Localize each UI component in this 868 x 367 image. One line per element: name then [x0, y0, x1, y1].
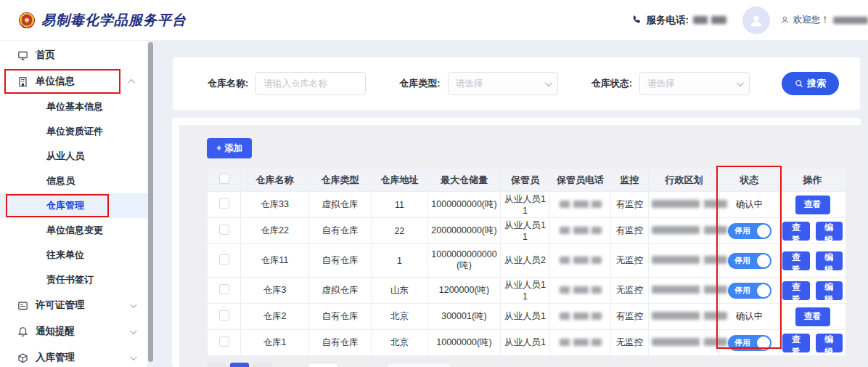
warehouse-type-select[interactable]: 请选择	[448, 72, 558, 95]
column-header-操作: 操作	[779, 169, 846, 192]
warehouse-type-cell: 自有仓库	[309, 304, 372, 330]
status-toggle[interactable]: 停用	[728, 253, 771, 269]
sidebar-subitem-单位信息变更[interactable]: 单位信息变更	[0, 218, 154, 243]
service-phone: 服务电话:	[631, 14, 727, 27]
warehouse-status-select[interactable]: 请选择	[639, 72, 750, 95]
home-icon	[17, 50, 28, 61]
sidebar-subitem-责任书签订[interactable]: 责任书签订	[0, 267, 154, 292]
column-header-仓库类型: 仓库类型	[309, 169, 372, 192]
warehouse-name-cell: 仓库3	[241, 278, 309, 304]
warehouse-name-input[interactable]	[255, 72, 366, 95]
row-checkbox[interactable]	[219, 225, 229, 235]
sidebar-subitem-label: 从业人员	[46, 150, 84, 163]
view-button[interactable]: 查看	[795, 195, 830, 214]
status-toggle[interactable]: 停用	[728, 223, 771, 239]
sidebar-subitem-单位资质证件[interactable]: 单位资质证件	[0, 119, 154, 144]
edit-button[interactable]: 编辑	[816, 222, 843, 241]
edit-button[interactable]: 编辑	[816, 251, 843, 270]
keeper-phone-redacted	[560, 201, 602, 208]
sidebar-item-通知提醒[interactable]: 通知提醒	[0, 318, 154, 344]
sidebar-subitem-往来单位[interactable]: 往来单位	[0, 243, 154, 267]
page-1-button[interactable]: 1	[230, 363, 249, 367]
sidebar: 首页单位信息单位基本信息单位资质证件从业人员信息员仓库管理单位信息变更往来单位责…	[0, 41, 154, 367]
status-cell: 确认中	[720, 304, 779, 330]
app-window: 易制毒化学品服务平台 服务电话: 欢迎您！ 首页单位信息单位基本信息单位资质证件…	[0, 0, 868, 367]
keeper-phone-cell	[550, 192, 611, 218]
add-button-label: 添加	[224, 142, 242, 155]
row-select-cell	[208, 304, 241, 330]
keeper-name-cell: 从业人员11	[501, 192, 550, 218]
view-button[interactable]: 查看	[782, 251, 810, 270]
table-row-仓库11: 仓库11自有仓库11000000000000(吨)从业人员2无监控停用查看编辑	[208, 244, 846, 278]
add-button[interactable]: + 添加	[207, 138, 252, 158]
view-button[interactable]: 查看	[795, 307, 830, 326]
prev-page-button[interactable]	[207, 363, 226, 367]
row-checkbox[interactable]	[219, 336, 229, 347]
goto-page-input[interactable]	[308, 363, 338, 367]
sidebar-item-入库管理[interactable]: 入库管理	[0, 344, 154, 367]
keeper-phone-cell	[550, 218, 611, 244]
sidebar-scrollbar[interactable]	[147, 41, 154, 367]
table-row-仓库22: 仓库22自有仓库222000000000(吨)从业人员11有监控停用查看编辑	[208, 218, 846, 244]
chevron-down-icon	[130, 301, 137, 308]
sidebar-menu: 首页单位信息单位基本信息单位资质证件从业人员信息员仓库管理单位信息变更往来单位责…	[0, 42, 154, 367]
warehouse-address-cell: 1	[372, 244, 428, 278]
warehouse-type-cell: 自有仓库	[309, 218, 372, 244]
keeper-phone-redacted	[560, 286, 602, 294]
row-select-cell	[208, 278, 241, 304]
toggle-knob-icon	[757, 336, 770, 350]
org-icon	[17, 76, 28, 87]
actions-cell: 查看	[779, 304, 846, 330]
region-cell	[649, 192, 720, 218]
status-toggle-label: 停用	[728, 286, 750, 296]
sidebar-subitem-label: 信息员	[46, 174, 75, 187]
region-redacted	[652, 286, 727, 294]
sidebar-subitem-单位基本信息[interactable]: 单位基本信息	[0, 94, 154, 119]
sidebar-subitem-信息员[interactable]: 信息员	[0, 169, 154, 193]
edit-button[interactable]: 编辑	[816, 281, 843, 300]
column-header-保管员: 保管员	[501, 169, 550, 192]
edit-button[interactable]: 编辑	[816, 334, 843, 352]
keeper-name-cell: 从业人员1	[501, 330, 550, 356]
sidebar-scrollbar-thumb[interactable]	[148, 42, 153, 362]
service-phone-number-redacted	[693, 16, 726, 24]
brand: 易制毒化学品服务平台	[19, 11, 187, 30]
region-cell	[649, 304, 720, 330]
keeper-phone-redacted	[560, 257, 602, 264]
view-button[interactable]: 查看	[782, 281, 810, 300]
keeper-name-cell: 从业人员2	[501, 244, 550, 278]
warehouse-status-label: 仓库状态:	[591, 77, 632, 90]
status-toggle[interactable]: 停用	[728, 335, 771, 351]
row-checkbox[interactable]	[219, 198, 229, 209]
actions-cell: 查看	[779, 192, 846, 218]
license-icon	[17, 300, 28, 311]
max-capacity-cell: 300001(吨)	[428, 304, 501, 330]
table-row-仓库1: 仓库1自有仓库北京10000000(吨)从业人员1无监控停用查看编辑	[208, 330, 846, 356]
region-redacted	[652, 226, 727, 234]
sidebar-item-单位信息[interactable]: 单位信息	[0, 68, 154, 94]
monitor-cell: 有监控	[611, 192, 649, 218]
sidebar-item-许可证管理[interactable]: 许可证管理	[0, 292, 154, 318]
select-all-checkbox[interactable]	[219, 174, 229, 184]
sidebar-subitem-从业人员[interactable]: 从业人员	[0, 144, 154, 169]
status-toggle[interactable]: 停用	[728, 283, 771, 299]
sidebar-item-label: 许可证管理	[36, 299, 85, 312]
avatar[interactable]	[742, 7, 770, 34]
sidebar-subitem-仓库管理[interactable]: 仓库管理	[0, 193, 154, 218]
column-header-最大仓储量: 最大仓储量	[428, 169, 501, 192]
column-header-监控: 监控	[611, 169, 649, 192]
max-capacity-cell: 1200000(吨)	[428, 278, 501, 304]
row-checkbox[interactable]	[219, 284, 229, 294]
view-button[interactable]: 查看	[782, 222, 810, 241]
row-checkbox[interactable]	[219, 310, 229, 320]
search-button[interactable]: 搜索	[782, 72, 839, 95]
row-checkbox[interactable]	[219, 254, 229, 265]
warehouse-type-cell: 虚拟仓库	[309, 192, 372, 218]
next-page-button[interactable]	[253, 363, 272, 367]
warehouse-name-cell: 仓库1	[241, 330, 309, 356]
warehouse-name-cell: 仓库33	[241, 192, 309, 218]
view-button[interactable]: 查看	[782, 334, 810, 352]
page-size-select[interactable]: 10条/页	[386, 363, 451, 367]
sidebar-item-首页[interactable]: 首页	[0, 42, 154, 68]
warehouse-name-cell: 仓库22	[241, 218, 309, 244]
